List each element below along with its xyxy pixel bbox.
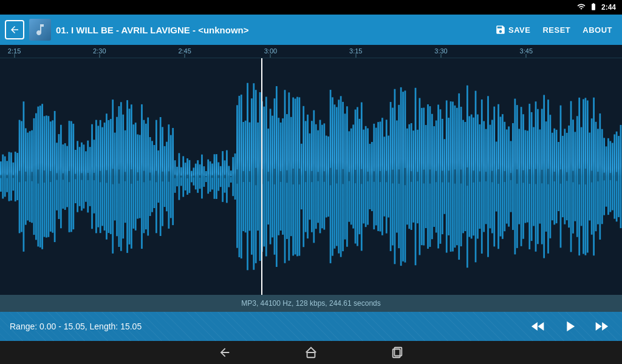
save-button[interactable]: SAVE — [490, 21, 535, 39]
file-info-text: MP3, 44100 Hz, 128 kbps, 244.61 seconds — [241, 299, 380, 308]
track-title: 01. I WILL BE - AVRIL LAVIGNE - <unknown… — [56, 25, 485, 35]
waveform-canvas — [0, 58, 622, 295]
svg-rect-0 — [307, 352, 315, 357]
toolbar: 01. I WILL BE - AVRIL LAVIGNE - <unknown… — [0, 15, 622, 45]
playback-controls — [527, 315, 612, 337]
timeline-ruler: 2:15 2:30 2:45 3:00 3:15 3:30 3:45 — [0, 45, 622, 58]
save-label: SAVE — [508, 25, 530, 35]
range-info: Range: 0.00 - 15.05, Length: 15.05 — [10, 322, 527, 331]
rewind-button[interactable] — [527, 315, 549, 337]
playhead — [261, 58, 262, 295]
waveform-container[interactable] — [0, 58, 622, 295]
back-nav-button[interactable] — [218, 346, 231, 359]
about-button[interactable]: ABOUT — [578, 22, 617, 38]
reset-button[interactable]: RESET — [538, 22, 575, 38]
fast-forward-button[interactable] — [590, 315, 612, 337]
controls-bar: Range: 0.00 - 15.05, Length: 15.05 — [0, 312, 622, 341]
wifi-icon — [577, 2, 586, 12]
status-icons: 2:44 — [577, 2, 616, 12]
play-button[interactable] — [559, 315, 581, 337]
toolbar-actions: SAVE RESET ABOUT — [490, 21, 617, 39]
status-bar: 2:44 — [0, 0, 622, 15]
about-label: ABOUT — [583, 25, 612, 35]
android-nav-bar — [0, 341, 622, 364]
reset-label: RESET — [542, 25, 570, 35]
file-info: MP3, 44100 Hz, 128 kbps, 244.61 seconds — [0, 295, 622, 312]
status-time: 2:44 — [601, 3, 616, 12]
album-art — [29, 19, 51, 41]
back-button[interactable] — [5, 20, 24, 39]
home-nav-button[interactable] — [304, 346, 318, 359]
battery-icon — [589, 2, 598, 12]
recents-nav-button[interactable] — [391, 346, 404, 359]
